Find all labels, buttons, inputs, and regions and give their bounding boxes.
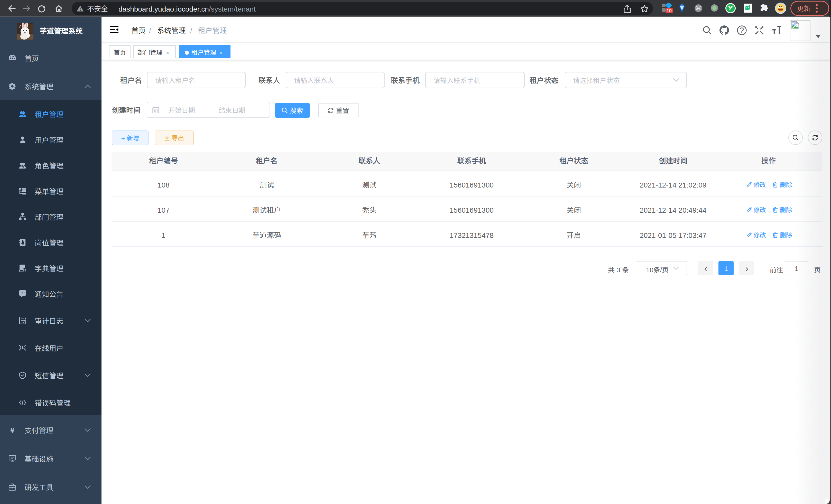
svg-text:⌘: ⌘ xyxy=(695,5,701,11)
svg-text:10: 10 xyxy=(666,8,672,13)
svg-text:¥: ¥ xyxy=(10,426,15,434)
